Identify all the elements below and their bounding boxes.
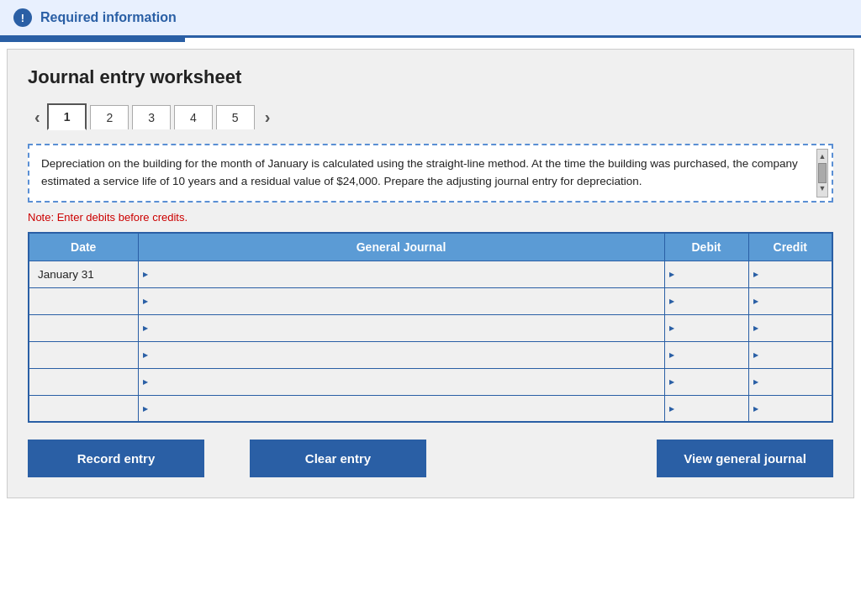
debit-cell-5[interactable] (664, 368, 748, 395)
description-text: Depreciation on the building for the mon… (41, 157, 798, 187)
debit-input-4[interactable] (665, 342, 748, 368)
credit-cell-2[interactable] (748, 287, 832, 314)
debit-input-2[interactable] (665, 288, 748, 314)
date-cell-2 (29, 287, 138, 314)
credit-cell-3[interactable] (748, 314, 832, 341)
tab-next-button[interactable]: › (258, 104, 277, 130)
journal-input-3[interactable] (139, 315, 664, 341)
journal-cell-2[interactable] (138, 287, 664, 314)
credit-cell-1[interactable] (748, 261, 832, 287)
view-journal-button[interactable]: View general journal (657, 440, 833, 477)
required-info-title: Required information (40, 10, 177, 25)
col-header-date: Date (29, 233, 138, 261)
required-info-bar: ! Required information (0, 0, 861, 38)
debit-cell-6[interactable] (664, 395, 748, 422)
credit-input-3[interactable] (749, 315, 832, 341)
date-cell-6 (29, 395, 138, 422)
debit-cell-4[interactable] (664, 341, 748, 368)
table-row (29, 368, 832, 395)
date-cell-5 (29, 368, 138, 395)
description-box: Depreciation on the building for the mon… (28, 144, 833, 203)
blue-bar-divider (0, 38, 185, 42)
journal-input-2[interactable] (139, 288, 664, 314)
table-row (29, 395, 832, 422)
table-row (29, 287, 832, 314)
tab-1[interactable]: 1 (47, 103, 87, 130)
journal-input-1[interactable] (139, 261, 664, 287)
info-icon: ! (13, 8, 32, 27)
journal-input-5[interactable] (139, 369, 664, 395)
credit-input-4[interactable] (749, 342, 832, 368)
description-scrollbar[interactable]: ▲ ▼ (816, 149, 828, 197)
record-entry-button[interactable]: Record entry (28, 440, 204, 477)
tab-4[interactable]: 4 (174, 105, 213, 129)
debit-cell-2[interactable] (664, 287, 748, 314)
credit-cell-5[interactable] (748, 368, 832, 395)
debit-cell-1[interactable] (664, 261, 748, 287)
journal-cell-1[interactable] (138, 261, 664, 287)
table-row (29, 314, 832, 341)
debit-input-6[interactable] (665, 396, 748, 422)
date-cell-1: January 31 (29, 261, 138, 287)
col-header-credit: Credit (748, 233, 832, 261)
journal-table: Date General Journal Debit Credit Januar… (28, 232, 833, 424)
journal-cell-4[interactable] (138, 341, 664, 368)
tab-2[interactable]: 2 (90, 105, 129, 129)
credit-input-5[interactable] (749, 369, 832, 395)
table-row (29, 341, 832, 368)
journal-cell-5[interactable] (138, 368, 664, 395)
col-header-journal: General Journal (138, 233, 664, 261)
journal-cell-6[interactable] (138, 395, 664, 422)
journal-cell-3[interactable] (138, 314, 664, 341)
journal-input-4[interactable] (139, 342, 664, 368)
col-header-debit: Debit (664, 233, 748, 261)
credit-cell-6[interactable] (748, 395, 832, 422)
journal-input-6[interactable] (139, 396, 664, 422)
tab-3[interactable]: 3 (132, 105, 171, 129)
tabs-row: ‹ 1 2 3 4 5 › (28, 103, 833, 130)
clear-entry-button[interactable]: Clear entry (250, 440, 426, 477)
debit-input-1[interactable] (665, 261, 748, 287)
scroll-thumb[interactable] (818, 163, 827, 183)
table-row: January 31 (29, 261, 832, 287)
debit-input-3[interactable] (665, 315, 748, 341)
tab-prev-button[interactable]: ‹ (28, 104, 47, 130)
credit-input-1[interactable] (749, 261, 832, 287)
scroll-down-arrow[interactable]: ▼ (819, 183, 827, 195)
tab-5[interactable]: 5 (216, 105, 255, 129)
main-content: Journal entry worksheet ‹ 1 2 3 4 5 › De… (7, 49, 854, 498)
date-cell-3 (29, 314, 138, 341)
credit-input-6[interactable] (749, 396, 832, 422)
date-cell-4 (29, 341, 138, 368)
scroll-up-arrow[interactable]: ▲ (819, 151, 827, 163)
credit-cell-4[interactable] (748, 341, 832, 368)
credit-input-2[interactable] (749, 288, 832, 314)
note-text: Note: Enter debits before credits. (28, 211, 833, 224)
buttons-row: Record entry Clear entry View general jo… (28, 440, 833, 477)
worksheet-title: Journal entry worksheet (28, 66, 833, 88)
debit-input-5[interactable] (665, 369, 748, 395)
debit-cell-3[interactable] (664, 314, 748, 341)
